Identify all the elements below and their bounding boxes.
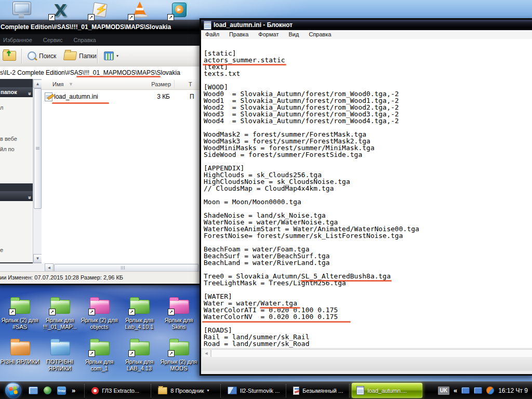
search-button[interactable]: Поиск: [24, 47, 59, 64]
task-button-load-autumn-active[interactable]: load_autumn....: [352, 383, 422, 398]
desktop-shortcut-objects[interactable]: Ярлык (2) дляobjects: [77, 300, 122, 330]
desktop-shortcut-skins[interactable]: Ярлык дляSkins: [156, 300, 201, 330]
task-pane-section-header[interactable]: «: [0, 191, 33, 201]
folders-button[interactable]: Папки: [61, 47, 100, 64]
media-player-icon: [172, 3, 187, 17]
language-indicator[interactable]: UK: [438, 387, 449, 395]
task-button-explorer-group[interactable]: 8 Проводник ▾: [153, 383, 219, 398]
menu-format[interactable]: Формат: [254, 31, 283, 37]
address-bar[interactable]: s\IL-2 Complete Edition\#SAS\!!!_01_MAPM…: [0, 66, 201, 79]
desktop-shortcut-sas[interactable]: Ярлык (2) для#SAS: [0, 300, 42, 330]
task-button-untitled-paint[interactable]: Безымянный ...: [288, 383, 348, 398]
desktop-shortcut-mods[interactable]: Ярлык (2) дляMODS: [156, 341, 201, 372]
shortcut-label: РІЗНІ ЯРЛИКИ: [0, 358, 42, 365]
shortcut-label: Ярлык для!!!_01_MAP...: [37, 317, 82, 330]
task-pane-item[interactable]: е: [0, 247, 3, 253]
snap-icon[interactable]: Snap: [57, 387, 66, 395]
desktop-icon-media-player[interactable]: [169, 2, 190, 19]
desktop-shortcut-lab4101[interactable]: Ярлык дляLab_4.10.1: [117, 300, 162, 330]
menu-tools[interactable]: Сервис: [38, 37, 68, 43]
network-monitor-icon[interactable]: [461, 387, 470, 394]
show-desktop-icon[interactable]: [29, 387, 38, 394]
annotation-underline: [202, 321, 351, 323]
scrollbar-thumb[interactable]: [211, 349, 532, 357]
folders-button-label: Папки: [79, 52, 97, 60]
explorer-window: Complete Edition\#SAS\!!!_01_MAPMODS\MAP…: [0, 20, 203, 285]
column-type[interactable]: Т: [189, 79, 192, 89]
desktop-icon-x-app[interactable]: X: [50, 2, 71, 19]
task-pane-item[interactable]: йл по: [0, 146, 15, 152]
taskbar-separator: [220, 384, 221, 397]
scrollbar-grip: [36, 147, 39, 148]
task-pane-item[interactable]: л: [0, 104, 3, 111]
explorer-horizontal-scrollbar[interactable]: ◄: [0, 263, 201, 272]
chevron-down-icon: ▾: [116, 54, 118, 58]
up-button[interactable]: [0, 47, 19, 64]
menu-file[interactable]: Файл: [201, 31, 223, 37]
file-type: П: [190, 92, 194, 101]
folder-icon: [10, 341, 30, 355]
explorer-status-bar: ии Изменен: 07.07.2015 10:28 Размер: 2,9…: [0, 271, 201, 284]
globe-icon[interactable]: [44, 387, 51, 394]
shortcut-arrow-icon: [167, 14, 174, 21]
task-pane-item[interactable]: в вебе: [0, 136, 17, 142]
desktop-shortcut-rizni-yarlyky[interactable]: РІЗНІ ЯРЛИКИ: [0, 341, 42, 365]
notepad-icon: [356, 386, 364, 395]
notepad-text-area[interactable]: [static] actors_summer.static [text] tex…: [201, 39, 532, 348]
desktop-icon-my-computer[interactable]: [10, 2, 31, 19]
menu-help[interactable]: Справка: [69, 37, 101, 43]
start-button[interactable]: [5, 382, 21, 398]
notepad-horizontal-scrollbar[interactable]: ◄: [201, 348, 532, 357]
explorer-toolbar: Поиск Папки ▾: [0, 46, 201, 67]
task-pane-section-body: е: [0, 201, 33, 262]
toolbar-separator: [21, 49, 22, 63]
scroll-up-button[interactable]: ▲: [33, 79, 42, 88]
menu-edit[interactable]: Правка: [225, 31, 252, 37]
menu-favorites[interactable]: Избранное: [0, 37, 37, 43]
scroll-down-button[interactable]: ▼: [33, 254, 42, 263]
column-size[interactable]: Размер: [151, 79, 171, 89]
shortcut-label: Ярлык дляcom_1: [77, 358, 122, 372]
status-text: ии Изменен: 07.07.2015 10:28 Размер: 2,9…: [0, 274, 123, 281]
desktop-shortcut-lab413[interactable]: Ярлык дляLAB_4.13: [117, 341, 162, 372]
scrollbar-thumb[interactable]: [34, 88, 42, 209]
notepad-title-bar[interactable]: load_autumn.ini - Блокнот: [201, 20, 532, 30]
desktop-icon-winamp[interactable]: [89, 2, 110, 19]
shortcut-arrow-icon: [88, 14, 95, 21]
desktop-shortcut-com1[interactable]: Ярлык дляcom_1: [77, 341, 122, 372]
menu-help[interactable]: Справка: [304, 31, 335, 37]
shortcut-label: Ярлык (2) дляMODS: [156, 358, 201, 372]
tray-expand-chevron[interactable]: «: [454, 387, 457, 394]
column-name[interactable]: Имя: [52, 79, 63, 89]
folder-up-icon: [3, 51, 16, 61]
annotation-underline: [300, 280, 392, 282]
system-tray: UK « 16:12 Чт 9: [438, 387, 532, 395]
network-monitor-icon[interactable]: [474, 387, 482, 394]
taskbar-separator: [84, 384, 85, 397]
task-button-label: ГЛЗ Extracto...: [102, 388, 139, 394]
task-pane-section-header[interactable]: папок «: [0, 87, 33, 97]
desktop-shortcut-mapmods[interactable]: Ярлык для!!!_01_MAP...: [37, 300, 82, 330]
views-button[interactable]: ▾: [101, 47, 122, 64]
tray-app-icon[interactable]: [486, 387, 494, 394]
quick-launch-overflow-chevron[interactable]: »: [72, 387, 75, 394]
notepad-frame: [201, 357, 532, 371]
scrollbar-thumb[interactable]: [54, 264, 198, 272]
quick-launch: Snap »: [29, 387, 75, 395]
paint-document-icon: [293, 387, 299, 395]
notepad-content: [static] actors_summer.static [text] tex…: [201, 39, 532, 347]
desktop-icon-vlc[interactable]: [129, 2, 150, 19]
annotation-underline: [52, 102, 109, 104]
task-button-glz-extractor[interactable]: ГЛЗ Extracto...: [87, 383, 149, 398]
clock[interactable]: 16:12 Чт 9: [498, 387, 528, 394]
shortcut-label: Ярлык дляLab_4.10.1: [117, 317, 162, 330]
taskbar-separator: [349, 384, 350, 397]
file-row-load-autumn[interactable]: load_autumn.ini 3 КБ П: [43, 92, 201, 101]
chevron-down-icon: ▾: [207, 388, 209, 393]
task-button-il2-sturmovik[interactable]: Il2-Sturmovik ...: [223, 383, 284, 398]
menu-view[interactable]: Вид: [284, 31, 303, 37]
folder-icon: [158, 387, 167, 394]
explorer-title-bar[interactable]: Complete Edition\#SAS\!!!_01_MAPMODS\MAP…: [0, 20, 201, 34]
desktop-shortcut-potribni-yarlyky[interactable]: ПОТРІБНІЯРЛИКИ: [37, 341, 82, 372]
notepad-window: load_autumn.ini - Блокнот Файл Правка Фо…: [200, 18, 532, 376]
